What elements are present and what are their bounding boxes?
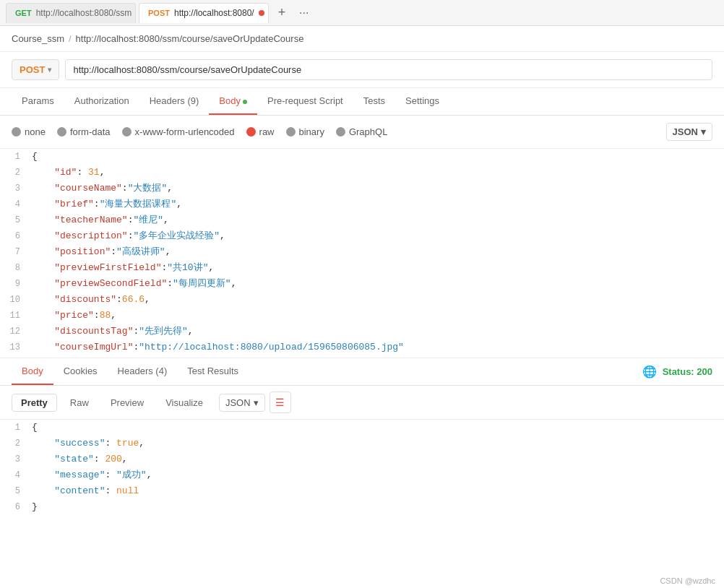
tab-post-dot (259, 10, 264, 16)
json-format-button[interactable]: JSON ▾ (666, 123, 712, 141)
body-type-form-data[interactable]: form-data (57, 126, 111, 137)
body-type-raw[interactable]: raw (246, 126, 275, 137)
tab-pre-request[interactable]: Pre-request Script (257, 88, 353, 115)
res-line-3: 3 "state": 200, (0, 451, 724, 467)
res-line-4: 4 "message": "成功", (0, 467, 724, 483)
nav-tabs: Params Authorization Headers (9) Body Pr… (0, 88, 724, 116)
response-json-format-button[interactable]: JSON ▾ (219, 394, 265, 412)
radio-binary-icon (286, 127, 296, 137)
response-tab-row: Body Cookies Headers (4) Test Results 🌐 … (0, 358, 724, 386)
tab-settings[interactable]: Settings (395, 88, 449, 115)
tab-authorization[interactable]: Authorization (64, 88, 139, 115)
chevron-down-icon: ▾ (254, 397, 259, 408)
code-line-3: 3 "courseName":"大数据", (0, 181, 724, 196)
method-label: POST (20, 64, 45, 75)
body-dot (243, 100, 247, 104)
code-line-2: 2 "id": 31, (0, 165, 724, 181)
code-line-8: 8 "previewFirstField":"共10讲", (0, 260, 724, 276)
code-line-10: 10 "discounts":66.6, (0, 292, 724, 308)
radio-raw-icon (246, 127, 256, 137)
format-tab-preview[interactable]: Preview (102, 394, 152, 411)
response-tab-test-results[interactable]: Test Results (177, 358, 249, 385)
breadcrumb-parent[interactable]: Course_ssm (12, 33, 64, 44)
tab-headers[interactable]: Headers (9) (139, 88, 210, 115)
tab-body[interactable]: Body (209, 88, 257, 115)
format-tab-raw[interactable]: Raw (61, 394, 98, 411)
response-tab-body[interactable]: Body (12, 358, 53, 385)
response-format-row: Pretty Raw Preview Visualize JSON ▾ ☰ (0, 386, 724, 420)
body-type-none[interactable]: none (12, 126, 46, 137)
res-line-6: 6 } (0, 499, 724, 515)
tab-get-label: http://localhost:8080/ssm (36, 8, 132, 18)
code-line-4: 4 "brief":"海量大数据课程", (0, 196, 724, 212)
url-input[interactable] (65, 59, 712, 80)
breadcrumb: Course_ssm / http://localhost:8080/ssm/c… (0, 26, 724, 52)
globe-icon: 🌐 (642, 365, 657, 379)
tab-bar: GET http://localhost:8080/ssm POST http:… (0, 0, 724, 26)
chevron-down-icon: ▾ (48, 66, 51, 74)
res-line-2: 2 "success": true, (0, 436, 724, 451)
code-line-6: 6 "description":"多年企业实战经验", (0, 228, 724, 244)
radio-graphql-icon (336, 127, 345, 137)
status-badge: Status: 200 (663, 366, 712, 377)
format-tab-pretty[interactable]: Pretty (12, 394, 57, 412)
response-tab-cookies[interactable]: Cookies (53, 358, 108, 385)
res-line-5: 5 "content": null (0, 483, 724, 499)
radio-none-icon (12, 127, 21, 137)
wrap-lines-icon: ☰ (275, 397, 285, 408)
body-type-row: none form-data x-www-form-urlencoded raw… (0, 116, 724, 149)
code-line-12: 12 "discountsTag":"先到先得", (0, 324, 724, 340)
res-line-1: 1 { (0, 420, 724, 436)
code-line-11: 11 "price":88, (0, 308, 724, 324)
radio-urlencoded-icon (122, 127, 132, 137)
code-line-1: 1 { (0, 149, 724, 165)
code-line-7: 7 "position":"高级讲师", (0, 244, 724, 260)
breadcrumb-current: http://localhost:8080/ssm/course/saveOrU… (76, 33, 304, 44)
tab-get[interactable]: GET http://localhost:8080/ssm (6, 3, 136, 23)
body-type-graphql[interactable]: GraphQL (336, 126, 387, 137)
tab-get-method: GET (15, 9, 32, 17)
response-status: 🌐 Status: 200 (642, 365, 712, 379)
tab-tests[interactable]: Tests (353, 88, 395, 115)
body-type-urlencoded[interactable]: x-www-form-urlencoded (122, 126, 235, 137)
chevron-down-icon: ▾ (701, 126, 706, 137)
body-type-binary[interactable]: binary (286, 126, 324, 137)
wrap-lines-button[interactable]: ☰ (270, 392, 291, 413)
request-body-editor[interactable]: 1 { 2 "id": 31, 3 "courseName":"大数据", 4 … (0, 149, 724, 358)
radio-form-data-icon (57, 127, 66, 137)
code-line-13: 13 "courseImgUrl":"http://localhost:8080… (0, 340, 724, 355)
tab-post[interactable]: POST http://localhost:8080/ (139, 3, 269, 23)
format-tab-visualize[interactable]: Visualize (157, 394, 212, 411)
response-section: Body Cookies Headers (4) Test Results 🌐 … (0, 358, 724, 522)
breadcrumb-separator: / (69, 33, 72, 44)
code-line-9: 9 "previewSecondField":"每周四更新", (0, 276, 724, 292)
tab-more-button[interactable]: ··· (295, 7, 313, 20)
request-bar: POST ▾ (0, 52, 724, 88)
method-selector[interactable]: POST ▾ (12, 59, 59, 80)
tab-params[interactable]: Params (12, 88, 64, 115)
response-tab-headers[interactable]: Headers (4) (108, 358, 178, 385)
tab-add-button[interactable]: + (272, 3, 292, 23)
code-line-5: 5 "teacherName":"维尼", (0, 212, 724, 228)
tab-post-method: POST (148, 9, 170, 17)
tab-post-label: http://localhost:8080/ (174, 8, 254, 18)
response-body-editor: 1 { 2 "success": true, 3 "state": 200, 4… (0, 420, 724, 522)
